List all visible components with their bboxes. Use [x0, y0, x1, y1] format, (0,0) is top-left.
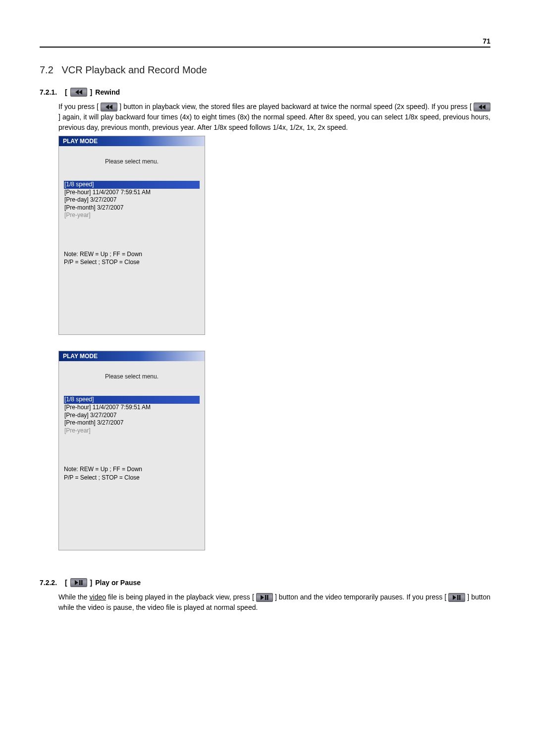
rewind-icon: [101, 103, 117, 111]
section-title: VCR Playback and Record Mode: [61, 64, 207, 75]
panel-notes: Note: REW = Up ; FF = Down P/P = Select …: [59, 250, 205, 270]
panel-note-line-2: P/P = Select ; STOP = Close: [64, 258, 200, 266]
text: ] button in playback view, the stored fi…: [119, 103, 472, 110]
text: ] again, it will play backward four time…: [58, 113, 490, 131]
bracket-close: ]: [90, 579, 93, 587]
menu-item-pre-day[interactable]: [Pre-day] 3/27/2007: [64, 196, 200, 204]
menu-item-1-8-speed[interactable]: [1/8 speed]: [64, 396, 200, 404]
menu-item-pre-year[interactable]: [Pre-year]: [64, 212, 200, 219]
menu-item-pre-month[interactable]: [Pre-month] 3/27/2007: [64, 204, 200, 212]
svg-marker-0: [75, 90, 79, 95]
playpause-paragraph: While the video file is being played in …: [58, 592, 490, 613]
menu-item-pre-hour[interactable]: [Pre-hour] 11/4/2007 7:59:51 AM: [64, 404, 200, 412]
menu-item-pre-month[interactable]: [Pre-month] 3/27/2007: [64, 419, 200, 427]
panel-note-line-2: P/P = Select ; STOP = Close: [64, 474, 200, 482]
subsection-number: 7.2.1.: [40, 88, 57, 96]
panel-list: [1/8 speed] [Pre-hour] 11/4/2007 7:59:51…: [59, 181, 205, 222]
subsection-label: Play or Pause: [95, 579, 141, 587]
bracket-open: [: [65, 88, 67, 96]
svg-rect-8: [81, 580, 83, 585]
panel-subtitle: Please select menu.: [59, 361, 205, 396]
svg-marker-2: [106, 105, 109, 109]
text: file is being played in the playback vie…: [106, 593, 254, 601]
play-mode-panel-1: PLAY MODE Please select menu. [1/8 speed…: [58, 136, 205, 335]
svg-marker-1: [79, 90, 82, 95]
play-pause-icon: [70, 578, 87, 587]
rewind-icon: [474, 103, 490, 111]
panel-note-line-1: Note: REW = Up ; FF = Down: [64, 465, 200, 473]
svg-marker-4: [479, 105, 482, 109]
menu-item-pre-day[interactable]: [Pre-day] 3/27/2007: [64, 412, 200, 420]
play-mode-panel-2: PLAY MODE Please select menu. [1/8 speed…: [58, 351, 205, 550]
svg-rect-10: [265, 595, 267, 600]
text: If you press [: [58, 103, 99, 110]
svg-marker-12: [453, 595, 456, 600]
subsection-play-pause: 7.2.2. [ ] Play or Pause: [40, 578, 490, 587]
panel-notes: Note: REW = Up ; FF = Down P/P = Select …: [59, 465, 205, 485]
text-underline: video: [90, 593, 106, 601]
header-rule: [40, 47, 490, 48]
svg-rect-7: [79, 580, 81, 585]
svg-rect-14: [459, 595, 461, 600]
svg-marker-9: [261, 595, 264, 600]
text: ] button and the video temporarily pause…: [275, 593, 446, 601]
svg-rect-13: [457, 595, 459, 600]
svg-rect-11: [267, 595, 268, 600]
play-pause-icon: [448, 593, 465, 602]
section-heading: 7.2 VCR Playback and Record Mode: [40, 64, 490, 76]
bracket-close: ]: [90, 88, 93, 96]
menu-item-pre-year[interactable]: [Pre-year]: [64, 427, 200, 435]
text: While the: [58, 593, 90, 601]
svg-marker-5: [482, 105, 485, 109]
rewind-icon: [70, 88, 87, 97]
page-number: 71: [482, 37, 490, 45]
rewind-paragraph: If you press [ ] button in playback view…: [58, 102, 490, 133]
svg-marker-3: [109, 105, 112, 109]
subsection-number: 7.2.2.: [40, 579, 57, 587]
panel-title: PLAY MODE: [59, 136, 205, 146]
section-number: 7.2: [40, 64, 54, 75]
bracket-open: [: [65, 579, 67, 587]
panel-subtitle: Please select menu.: [59, 146, 205, 181]
menu-item-1-8-speed[interactable]: [1/8 speed]: [64, 181, 200, 189]
panel-title: PLAY MODE: [59, 351, 205, 361]
subsection-label: Rewind: [95, 88, 120, 96]
panel-note-line-1: Note: REW = Up ; FF = Down: [64, 250, 200, 258]
svg-marker-6: [75, 580, 78, 585]
subsection-rewind: 7.2.1. [ ] Rewind: [40, 88, 490, 97]
panel-list: [1/8 speed] [Pre-hour] 11/4/2007 7:59:51…: [59, 396, 205, 437]
menu-item-pre-hour[interactable]: [Pre-hour] 11/4/2007 7:59:51 AM: [64, 189, 200, 197]
play-pause-icon: [256, 593, 273, 602]
